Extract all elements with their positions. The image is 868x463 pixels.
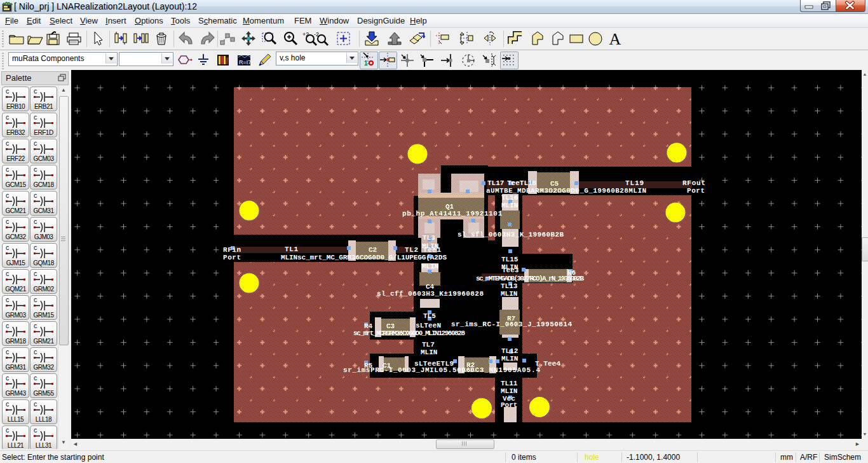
svg-text:MLINsc_mrt_MC_GRM36COG0D0_G/L1: MLINsc_mrt_MC_GRM36COG0D0_G/L1UPEGG(A2DS: [281, 254, 447, 261]
svg-text:C: C: [6, 89, 10, 95]
svg-text:BC3_MN1905A05.4: BC3_MN1905A05.4: [470, 366, 540, 374]
svg-text:C: C: [6, 298, 10, 304]
svg-text:C: C: [6, 402, 10, 408]
svg-text:TL3: TL3: [423, 234, 435, 242]
svg-text:TL2 Tee1: TL2 Tee1: [405, 246, 441, 254]
svg-text:C: C: [34, 298, 37, 304]
svg-text:Port: Port: [223, 254, 241, 261]
svg-text:sl_cff_0603H3_K±19960828: sl_cff_0603H3_K±19960828: [377, 290, 484, 298]
svg-text:C: C: [6, 376, 10, 382]
svg-text:MLIN: MLIN: [421, 349, 437, 356]
svg-text:TL11: TL11: [501, 380, 518, 387]
svg-text:C: C: [6, 141, 10, 148]
svg-text:C: C: [6, 115, 10, 121]
svg-text:C: C: [6, 272, 10, 278]
svg-text:C: C: [34, 167, 37, 174]
svg-text:TL13: TL13: [501, 282, 518, 290]
svg-text:C4: C4: [426, 283, 435, 291]
svg-text:C: C: [6, 219, 10, 226]
svg-text:sLTeeN: sLTeeN: [416, 322, 441, 329]
svg-text:R=I7: R=I7: [239, 59, 251, 66]
svg-text:Port: Port: [687, 187, 705, 195]
svg-text:C: C: [6, 193, 10, 200]
svg-text:TL16: TL16: [501, 194, 518, 202]
svg-text:sr_imsPRC-I_0603_JMIL05.50B6: sr_imsPRC-I_0603_JMIL05.50B6: [343, 366, 470, 374]
svg-text:TL17: TL17: [487, 179, 504, 187]
svg-text:C: C: [34, 272, 37, 278]
svg-text:C: C: [34, 115, 37, 121]
svg-text:C: C: [34, 89, 37, 95]
svg-text:MLIN: MLIN: [501, 202, 518, 209]
svg-text:sc_mrt_MCRGRM36C0G0D0_MLIN1296: sc_mrt_MCRGRM36C0G0D0_MLIN12960828: [353, 329, 465, 337]
svg-text:C5: C5: [550, 180, 559, 188]
svg-text:C: C: [34, 376, 37, 382]
svg-text:MLIN: MLIN: [501, 290, 517, 298]
svg-text:MLIN: MLIN: [501, 387, 517, 395]
svg-text:R6: R6: [567, 269, 576, 277]
svg-text:Tee3: Tee3: [502, 266, 519, 274]
svg-text:C: C: [6, 428, 10, 434]
svg-text:TeeTL18: TeeTL18: [507, 179, 537, 187]
svg-text:Port: Port: [501, 401, 517, 409]
svg-text:C: C: [6, 350, 10, 356]
svg-text:TL12: TL12: [501, 347, 518, 355]
svg-text:TL5: TL5: [423, 312, 436, 320]
svg-text:TL1: TL1: [285, 245, 298, 253]
svg-text:1: 1: [364, 60, 368, 67]
svg-text:C: C: [6, 167, 10, 174]
svg-text:MLIN: MLIN: [422, 263, 438, 270]
svg-text:TL19: TL19: [625, 179, 644, 187]
svg-text:C: C: [34, 219, 37, 226]
svg-text:R7: R7: [507, 315, 515, 322]
svg-text:TL7: TL7: [422, 341, 435, 349]
svg-text:C: C: [6, 245, 10, 252]
svg-text:RFout: RFout: [682, 179, 705, 187]
svg-text:C: C: [34, 428, 37, 434]
svg-text:C2: C2: [369, 246, 377, 254]
svg-text:MLIN: MLIN: [501, 355, 518, 363]
svg-text:C: C: [34, 245, 37, 252]
svg-text:sl_sfl_0603H3_K_19960B2B: sl_sfl_0603H3_K_19960B2B: [458, 231, 564, 238]
svg-text:pb_hp_At41411_19921101: pb_hp_At41411_19921101: [402, 210, 502, 218]
svg-text:C: C: [6, 324, 10, 330]
svg-text:C: C: [34, 350, 37, 356]
svg-text:A: A: [609, 31, 621, 47]
svg-text:+2: +2: [302, 31, 309, 38]
svg-text:RFin: RFin: [223, 246, 241, 254]
svg-text:C: C: [34, 193, 37, 200]
svg-text:TL15: TL15: [501, 256, 519, 263]
svg-text:C: C: [34, 402, 37, 408]
svg-text:C: C: [34, 141, 37, 148]
svg-text:C: C: [34, 324, 37, 330]
svg-text:Q1: Q1: [445, 203, 454, 211]
